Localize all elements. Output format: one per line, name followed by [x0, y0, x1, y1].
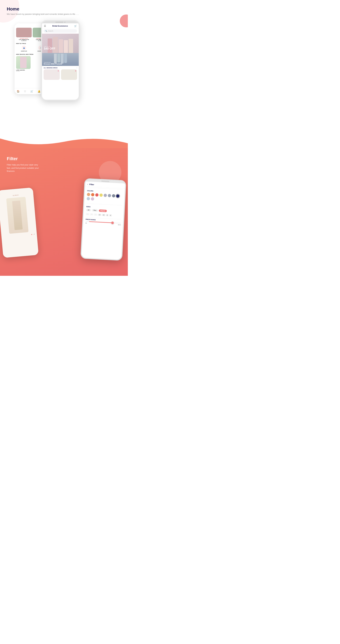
long-sleeves-label: LONG SLEEVES: [16, 70, 30, 71]
size-regular[interactable]: Regular: [99, 209, 107, 212]
size-16[interactable]: 16: [90, 213, 93, 216]
filter-screen-title: Filter: [89, 183, 94, 186]
front-phone-header: ☰ Bridal Ecommerce 🛒: [42, 23, 79, 28]
color-coral[interactable]: [95, 193, 98, 196]
trending-label: TRENDING: [44, 62, 62, 63]
page-title: Home: [7, 6, 128, 12]
dress-figures: [48, 37, 73, 53]
dress-cards-row: ♥ ♥: [42, 70, 79, 80]
section-home: Home We have found my passion bringing b…: [0, 0, 128, 129]
colors-label: COLORS: [87, 190, 122, 193]
banner-sale-amount: $40 OFF: [44, 47, 56, 50]
color-yellow[interactable]: [99, 193, 103, 197]
color-lavender[interactable]: [91, 197, 94, 200]
dress-silhouette: [20, 57, 26, 68]
trending-section: TRENDING Dresses With Pockets: [42, 53, 79, 66]
dress-body-shape: [12, 200, 22, 230]
price-filter-label-35: UNDER $35: [16, 50, 32, 52]
front-phone: ☰ Bridal Ecommerce 🛒 🔍 Search: [41, 20, 80, 100]
all-wedding-title: ALL WEDDING DRESS: [44, 67, 58, 68]
search-placeholder: Search: [48, 30, 53, 32]
all-wedding-section[interactable]: ALL WEDDING DRESS ›: [42, 66, 79, 70]
heart-icon-2[interactable]: ♥: [75, 70, 76, 72]
size-14[interactable]: 14: [94, 213, 98, 216]
size-options: All Plus Regular: [86, 209, 107, 212]
size-plus[interactable]: Plus: [92, 209, 98, 212]
heart-icon-1[interactable]: ♥: [58, 70, 59, 72]
figure-3: [58, 39, 63, 53]
dress-preview-figure: [6, 197, 29, 234]
filter-left-phone: ‹ $1,099.00 ♥ ↗: [0, 188, 39, 258]
hang-dress-4: [64, 54, 67, 63]
size-all[interactable]: All: [86, 209, 91, 212]
all-wedding-arrow-icon: ›: [77, 67, 77, 69]
color-orange[interactable]: [91, 193, 94, 196]
colors-section: COLORS: [84, 188, 125, 204]
filter-right-phone: ‹ Filter COLORS: [80, 178, 126, 261]
long-sleeves-count: 24 items: [16, 71, 30, 72]
wave-transition: [0, 129, 128, 148]
page-subtitle: We have found my passion bringing bold a…: [7, 13, 128, 15]
filter-title: Filter: [7, 156, 121, 161]
search-bar[interactable]: 🔍 Search: [44, 29, 77, 33]
long-sleeves-item: LONG SLEEVES 24 items: [16, 56, 30, 72]
size-6[interactable]: 6: [109, 214, 112, 216]
promo-banner: Sale Up To $40 OFF: [42, 34, 79, 53]
dress-card-2[interactable]: ♥: [61, 70, 77, 80]
filter-back-arrow-icon[interactable]: ‹: [88, 183, 88, 185]
sizes-label: SIZES: [86, 206, 122, 209]
filter-phone-notch: [101, 180, 109, 182]
phone-notch-area: [42, 21, 79, 23]
banner-text: Sale Up To $40 OFF: [44, 46, 56, 50]
back-product-name-1: Lace HighNeck Hal: [16, 39, 32, 40]
phones-showcase: 9:41 ▪▪▪ ✦ WEDDING DRESS Lace HighNeck H…: [0, 20, 128, 114]
heart-icon[interactable]: ♥: [31, 233, 32, 236]
dress-card-1[interactable]: ♥: [44, 70, 60, 80]
phone-notch: [56, 22, 64, 23]
section-filter: Filter Filter help you find your style v…: [0, 129, 128, 276]
color-peach[interactable]: [87, 193, 90, 196]
trending-title: Dresses With Pockets: [44, 63, 62, 65]
price-max: $645: [118, 224, 121, 226]
filter-right-phone-screen: ‹ Filter COLORS: [81, 179, 125, 260]
cart-icon[interactable]: 🛒: [74, 25, 77, 27]
nav-home-icon[interactable]: 🏠: [17, 90, 20, 92]
app-title: Bridal Ecommerce: [52, 25, 68, 27]
sizes-section: SIZES All Plus Regular 18 16: [84, 204, 124, 218]
nav-cart-icon[interactable]: 🛒: [30, 90, 33, 92]
back-product-img-1: [16, 28, 32, 37]
nav-bell-icon[interactable]: 🔔: [38, 90, 40, 92]
size-10[interactable]: 10: [102, 214, 106, 216]
price-filter-under35[interactable]: 👗 UNDER $35: [16, 46, 32, 52]
action-icons: ♥ ↗: [4, 233, 35, 238]
figure-2: [53, 37, 58, 53]
back-product-price-1: $1,399.00: [16, 40, 32, 41]
home-text-block: Home We have found my passion bringing b…: [0, 6, 128, 15]
trending-label-box: TRENDING Dresses With Pockets: [44, 62, 62, 65]
color-gray-light[interactable]: [104, 194, 107, 197]
front-phone-screen: ☰ Bridal Ecommerce 🛒 🔍 Search: [42, 21, 79, 100]
size-12[interactable]: 12: [98, 214, 102, 216]
color-slate[interactable]: [112, 194, 115, 198]
filter-phones-area: ‹ $1,099.00 ♥ ↗: [7, 179, 121, 266]
filter-description: Filter help you find your style very fas…: [7, 163, 42, 173]
color-blue-gray[interactable]: [108, 194, 111, 197]
figure-5: [68, 39, 73, 53]
price-min: $9: [85, 222, 87, 224]
filter-left-phone-screen: ‹ $1,099.00 ♥ ↗: [0, 188, 39, 258]
color-light-blue[interactable]: [86, 197, 90, 200]
nav-list-icon[interactable]: ☰: [24, 90, 26, 92]
color-dots-row: [86, 193, 122, 202]
menu-icon[interactable]: ☰: [44, 25, 46, 27]
search-icon: 🔍: [45, 30, 47, 32]
back-product-1: WEDDING DRESS Lace HighNeck Hal $1,399.0…: [16, 28, 32, 41]
price-slider-thumb[interactable]: [111, 222, 114, 224]
figure-4: [64, 40, 68, 53]
long-sleeves-img: [16, 56, 30, 69]
color-navy[interactable]: [116, 194, 120, 198]
size-18[interactable]: 18: [86, 213, 89, 215]
size-8[interactable]: 8: [106, 214, 109, 216]
phone-camera: [64, 22, 65, 23]
share-icon[interactable]: ↗: [33, 233, 35, 236]
filter-background: Filter Filter help you find your style v…: [0, 148, 128, 276]
